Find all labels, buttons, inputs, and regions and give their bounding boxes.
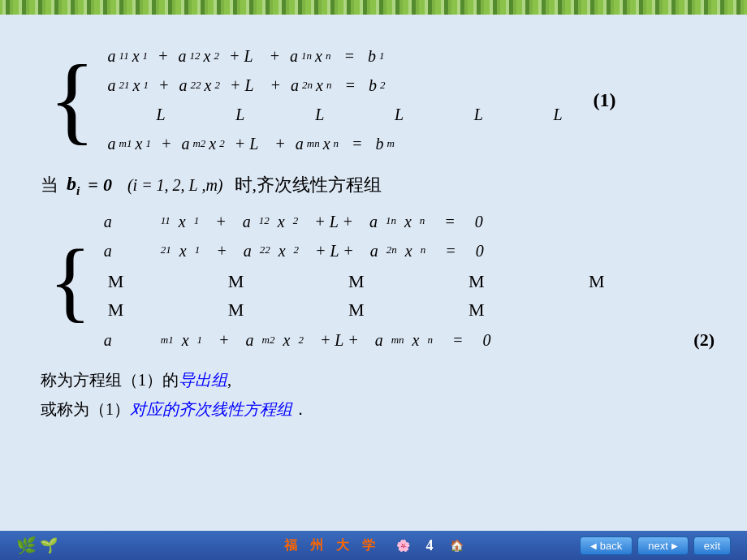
back-button[interactable]: ◀ back bbox=[580, 536, 633, 555]
bottom-navigation: 🌿 🌱 福 州 大 学 🌸 4 🏠 ◀ back next ▶ exit bbox=[0, 531, 747, 560]
bottom-line1-prefix: 称为方程组（1）的 bbox=[41, 371, 179, 389]
eq-row-2-last: am1x1 + am2x2 + L + amnxn = 0 bbox=[104, 327, 689, 353]
system2-label: (2) bbox=[693, 330, 715, 351]
eq-row-2-2: a21x1 + a22x2 + L + a2nxn = 0 bbox=[104, 238, 689, 264]
eq-row-2-m-dots: M M M M M M M M M bbox=[104, 267, 689, 324]
equations-1: a11x1 + a12x2 + L + a1nxn = b1 a21x1 + a… bbox=[108, 39, 577, 161]
left-brace-2: { bbox=[49, 205, 92, 357]
back-arrow-icon: ◀ bbox=[590, 541, 597, 550]
exit-label: exit bbox=[704, 540, 720, 552]
bottom-line2-highlight: 对应的齐次线性方程组 bbox=[130, 400, 292, 418]
bottom-line-1: 称为方程组（1）的导出组, bbox=[41, 365, 715, 394]
left-brace-1: { bbox=[49, 39, 96, 161]
next-label: next bbox=[648, 540, 668, 552]
eq-row-1-1: a11x1 + a12x2 + L + a1nxn = b1 bbox=[108, 43, 577, 69]
nav-buttons: ◀ back next ▶ exit bbox=[580, 536, 731, 555]
eq-row-1-2: a21x1 + a22x2 + L + a2nxn = b2 bbox=[108, 72, 577, 98]
equations-2: a11x1 + a12x2 + L + a1nxn = 0 a21x1 + a2… bbox=[104, 205, 689, 357]
bottom-line2-suffix: ． bbox=[292, 400, 309, 418]
bottom-line2-prefix: 或称为（1） bbox=[41, 400, 130, 418]
page-number: 4 bbox=[426, 537, 434, 554]
equation-system-1: { a11x1 + a12x2 + L + a1nxn = b1 a21x1 +… bbox=[49, 39, 715, 161]
bottom-center-info: 福 州 大 学 🌸 4 🏠 bbox=[284, 537, 464, 554]
system1-label: (1) bbox=[594, 89, 616, 111]
bottom-line1-suffix: , bbox=[227, 371, 231, 389]
eq-row-1-dots: L L L L L L bbox=[157, 101, 577, 127]
main-content: { a11x1 + a12x2 + L + a1nxn = b1 a21x1 +… bbox=[0, 15, 747, 531]
condition-prefix: 当 bbox=[41, 173, 58, 197]
equation-system-2: { a11x1 + a12x2 + L + a1nxn = 0 a21x1 + … bbox=[49, 205, 715, 357]
eq-row-2-1: a11x1 + a12x2 + L + a1nxn = 0 bbox=[104, 209, 689, 235]
bottom-text: 称为方程组（1）的导出组, 或称为（1）对应的齐次线性方程组． bbox=[41, 365, 715, 424]
back-label: back bbox=[600, 540, 622, 552]
next-arrow-icon: ▶ bbox=[671, 541, 678, 550]
condition-line: 当 bi = 0 (i = 1, 2, L ,m) 时,齐次线性方程组 bbox=[41, 173, 715, 198]
top-decoration bbox=[0, 0, 747, 15]
bottom-left-decoration: 🌿 🌱 bbox=[16, 536, 58, 555]
bottom-line-2: 或称为（1）对应的齐次线性方程组． bbox=[41, 394, 715, 424]
bottom-line1-highlight: 导出组 bbox=[179, 371, 227, 389]
next-button[interactable]: next ▶ bbox=[637, 536, 689, 555]
eq-row-1-m: am1x1 + am2x2 + L + amnxn = bm bbox=[108, 131, 577, 157]
university-name: 福 州 大 学 bbox=[284, 537, 380, 554]
exit-button[interactable]: exit bbox=[693, 536, 731, 555]
